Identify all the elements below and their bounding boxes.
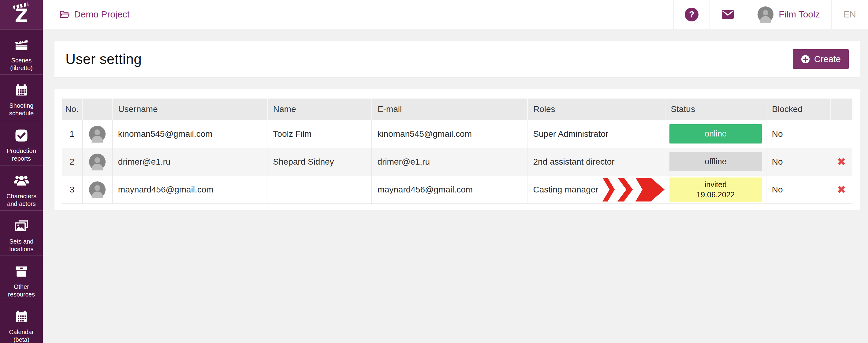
page-header-card: User setting Create — [55, 41, 860, 77]
sidebar-item-label: Calendar (beta) — [0, 328, 43, 343]
status-badge: online — [670, 124, 762, 144]
sidebar-item-label: Production reports — [0, 147, 43, 162]
cell-status: offline — [665, 148, 767, 176]
avatar — [89, 125, 106, 143]
users-table-body: 1 kinoman545@gmail.com Toolz Film kinoma… — [62, 120, 852, 204]
table-row: 3 maynard456@gmail.com maynard456@gmail.… — [62, 176, 852, 204]
col-header-roles: Roles — [527, 98, 665, 120]
col-header-no: No. — [62, 98, 82, 120]
col-header-status: Status — [665, 98, 767, 120]
sidebar-item-shooting-schedule[interactable]: Shooting schedule — [0, 74, 43, 120]
app-logo-icon: Z — [11, 3, 32, 26]
calendar-icon — [13, 309, 29, 325]
cell-no: 1 — [62, 120, 82, 148]
cell-status: online — [665, 120, 767, 148]
col-header-avatar — [82, 98, 112, 120]
sidebar-item-label: Sets and locations — [0, 238, 43, 253]
sidebar-item-label: Shooting schedule — [0, 102, 43, 117]
create-user-button[interactable]: Create — [793, 49, 849, 69]
status-badge: invited 19.06.2022 — [670, 178, 762, 202]
clapperboard-icon — [13, 37, 29, 53]
cell-actions: ✖ — [830, 176, 852, 204]
cell-roles: Casting manager — [527, 176, 665, 204]
sidebar-item-label: Other resources — [0, 283, 43, 298]
avatar — [757, 6, 774, 23]
sidebar-item-sets-locations[interactable]: Sets and locations — [0, 210, 43, 255]
col-header-actions — [830, 98, 852, 120]
calendar-icon — [13, 82, 29, 98]
table-row: 1 kinoman545@gmail.com Toolz Film kinoma… — [62, 120, 852, 148]
table-header-row: No. Username Name E-mail Roles Status Bl… — [62, 98, 852, 120]
cell-blocked: No — [766, 176, 830, 204]
cell-avatar — [82, 176, 112, 204]
cell-username: maynard456@gmail.com — [112, 176, 267, 204]
users-table-card: No. Username Name E-mail Roles Status Bl… — [55, 89, 860, 210]
cell-name: Shepard Sidney — [268, 148, 372, 176]
cell-name — [268, 176, 372, 204]
sidebar-item-scenes[interactable]: Scenes (libretto) — [0, 29, 43, 74]
cell-name: Toolz Film — [268, 120, 372, 148]
cell-email: kinoman545@gmail.com — [372, 120, 527, 148]
cell-avatar — [82, 120, 112, 148]
folder-open-icon — [59, 9, 70, 20]
sidebar-item-other-resources[interactable]: Other resources — [0, 255, 43, 301]
account-menu[interactable]: Film Toolz — [746, 0, 831, 29]
cell-blocked: No — [766, 148, 830, 176]
avatar — [89, 181, 106, 198]
cell-actions: ✖ — [830, 148, 852, 176]
col-header-blocked: Blocked — [766, 98, 830, 120]
top-bar: Demo Project ? Film Toolz EN — [43, 0, 868, 29]
cell-no: 3 — [62, 176, 82, 204]
avatar — [89, 153, 106, 170]
images-icon — [13, 218, 29, 234]
language-selector[interactable]: EN — [831, 0, 868, 29]
sidebar-item-characters-actors[interactable]: Characters and actors — [0, 165, 43, 210]
cell-username: kinoman545@gmail.com — [112, 120, 267, 148]
sidebar: Z Scenes (libretto) Shooting schedule Pr… — [0, 0, 43, 343]
cell-email: maynard456@gmail.com — [372, 176, 527, 204]
check-square-icon — [13, 128, 29, 144]
cell-roles: Super Administrator — [527, 120, 665, 148]
app-logo[interactable]: Z — [0, 0, 43, 29]
table-row: 2 drimer@e1.ru Shepard Sidney drimer@e1.… — [62, 148, 852, 176]
account-name: Film Toolz — [779, 9, 820, 20]
cell-username: drimer@e1.ru — [112, 148, 267, 176]
language-label: EN — [843, 9, 856, 20]
sidebar-item-production-reports[interactable]: Production reports — [0, 120, 43, 165]
help-icon: ? — [685, 8, 699, 22]
cell-status: invited 19.06.2022 — [665, 176, 767, 204]
col-header-email: E-mail — [372, 98, 527, 120]
plus-circle-icon — [801, 55, 810, 64]
delete-user-button[interactable]: ✖ — [836, 155, 847, 168]
main-content: User setting Create No. Username Name E-… — [43, 29, 868, 343]
messages-button[interactable] — [710, 0, 746, 29]
sidebar-item-label: Scenes (libretto) — [0, 57, 43, 72]
invite-pointer-arrows-icon — [602, 178, 664, 201]
people-icon — [13, 173, 29, 189]
project-breadcrumb[interactable]: Demo Project — [43, 0, 674, 29]
cell-no: 2 — [62, 148, 82, 176]
col-header-name: Name — [268, 98, 372, 120]
sidebar-item-calendar-beta[interactable]: Calendar (beta) — [0, 301, 43, 343]
help-button[interactable]: ? — [674, 0, 710, 29]
envelope-icon — [720, 8, 736, 21]
delete-user-button[interactable]: ✖ — [836, 183, 847, 196]
users-table: No. Username Name E-mail Roles Status Bl… — [62, 98, 852, 204]
cell-email: drimer@e1.ru — [372, 148, 527, 176]
page-title: User setting — [65, 51, 142, 67]
col-header-username: Username — [112, 98, 267, 120]
cell-actions — [830, 120, 852, 148]
sidebar-nav: Scenes (libretto) Shooting schedule Prod… — [0, 29, 43, 343]
status-badge: offline — [670, 152, 762, 172]
sidebar-item-label: Characters and actors — [0, 192, 43, 208]
box-icon — [13, 263, 29, 279]
project-name: Demo Project — [74, 9, 130, 20]
cell-roles: 2nd assistant director — [527, 148, 665, 176]
cell-avatar — [82, 148, 112, 176]
cell-blocked: No — [766, 120, 830, 148]
